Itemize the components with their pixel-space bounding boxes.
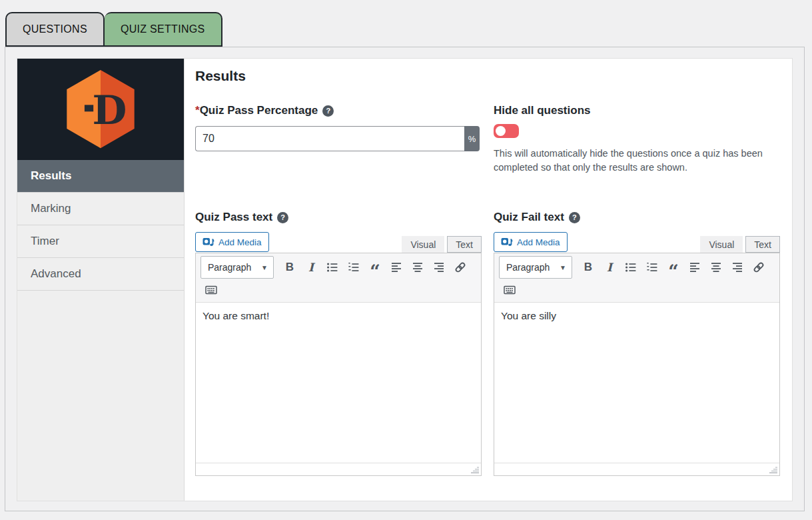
toggle-knob [496, 126, 506, 136]
bold-icon: B [286, 261, 294, 274]
quiz-pass-percentage-label: Quiz Pass Percentage [200, 104, 318, 117]
bullet-list-button[interactable] [322, 257, 342, 277]
add-media-button[interactable]: Add Media [195, 232, 269, 252]
align-right-icon [731, 261, 744, 274]
visual-tab-button[interactable]: Visual [402, 236, 444, 253]
quiz-pass-percentage-field: * Quiz Pass Percentage ? % [195, 104, 482, 175]
hide-all-questions-description: This will automatically hide the questio… [494, 147, 780, 175]
quiz-fail-text-label: Quiz Fail text [494, 211, 564, 224]
quiz-pass-percentage-input[interactable] [195, 126, 464, 151]
editor-toolbar: Paragraph ▼ B I [196, 253, 481, 303]
align-center-button[interactable] [706, 257, 726, 277]
align-right-button[interactable] [727, 257, 747, 277]
quiz-settings-panel: D Results Marking Timer Advanced Results… [17, 58, 793, 501]
media-icon [203, 236, 214, 248]
editor-toolbar: Paragraph ▼ B I [494, 253, 779, 303]
dropdown-arrow-icon: ▼ [560, 264, 566, 271]
keyboard-icon [503, 283, 516, 297]
page-title: Results [195, 68, 780, 84]
help-icon[interactable]: ? [569, 212, 580, 223]
hide-all-questions-field: Hide all questions This will automatical… [494, 104, 780, 175]
insert-link-button[interactable] [749, 257, 769, 277]
align-left-icon [390, 261, 403, 274]
quiz-pass-text-field: Quiz Pass text ? Add Media Visual Text [195, 211, 482, 476]
editor-statusbar [196, 463, 481, 475]
resize-grippy-icon[interactable] [470, 466, 479, 474]
help-icon[interactable]: ? [322, 105, 334, 117]
keyboard-icon [204, 283, 218, 297]
sidebar-filler [17, 291, 184, 501]
link-icon [752, 261, 765, 274]
sidebar-item-results[interactable]: Results [17, 160, 184, 193]
hide-all-questions-label: Hide all questions [494, 104, 590, 117]
bold-button[interactable]: B [280, 257, 300, 277]
blockquote-button[interactable]: “ [365, 257, 385, 277]
required-mark: * [195, 104, 200, 117]
sidebar-item-advanced[interactable]: Advanced [17, 258, 184, 291]
visual-tab-button[interactable]: Visual [700, 236, 743, 253]
resize-grippy-icon[interactable] [768, 466, 777, 474]
blockquote-icon: “ [370, 260, 380, 275]
align-left-button[interactable] [386, 257, 406, 277]
svg-text:D: D [93, 87, 127, 133]
link-icon [454, 261, 467, 274]
editor-statusbar [494, 463, 779, 475]
text-tab-button[interactable]: Text [447, 236, 482, 253]
italic-icon: I [607, 261, 612, 274]
numbered-list-icon [645, 261, 659, 274]
align-right-icon [432, 261, 446, 274]
text-tab-button[interactable]: Text [745, 236, 780, 253]
quiz-fail-text-content[interactable]: You are silly [494, 303, 779, 463]
add-media-label: Add Media [517, 237, 560, 247]
quiz-fail-text-editor: Paragraph ▼ B I [494, 253, 780, 476]
top-tab-bar: QUESTIONS QUIZ SETTINGS [5, 12, 222, 47]
numbered-list-icon [347, 261, 360, 274]
bold-icon: B [584, 261, 592, 274]
toolbar-toggle-button[interactable] [201, 280, 221, 300]
quiz-pass-text-content[interactable]: You are smart! [196, 303, 481, 463]
paragraph-format-select[interactable]: Paragraph ▼ [201, 256, 274, 279]
bullet-list-button[interactable] [621, 257, 641, 277]
blockquote-button[interactable]: “ [663, 257, 683, 277]
hd-quiz-logo: D [17, 59, 184, 160]
percent-suffix: % [464, 126, 480, 151]
insert-link-button[interactable] [450, 257, 470, 277]
sidebar-item-timer[interactable]: Timer [17, 225, 184, 258]
help-icon[interactable]: ? [277, 212, 288, 223]
quiz-pass-text-label: Quiz Pass text [195, 211, 272, 224]
align-center-icon [709, 261, 723, 274]
add-media-label: Add Media [218, 237, 262, 247]
dropdown-arrow-icon: ▼ [261, 264, 268, 271]
align-center-icon [411, 261, 424, 274]
settings-container: D Results Marking Timer Advanced Results… [5, 47, 805, 511]
sidebar-item-marking[interactable]: Marking [17, 193, 184, 225]
hd-hexagon-logo-icon: D [65, 70, 136, 149]
numbered-list-button[interactable] [344, 257, 364, 277]
settings-grid: * Quiz Pass Percentage ? % Hide all ques… [195, 104, 780, 476]
bullet-list-icon [326, 261, 339, 274]
paragraph-format-value: Paragraph [208, 262, 251, 273]
italic-button[interactable]: I [600, 257, 619, 277]
settings-sidebar: D Results Marking Timer Advanced [17, 59, 185, 501]
align-left-button[interactable] [685, 257, 705, 277]
align-right-button[interactable] [429, 257, 449, 277]
blockquote-icon: “ [668, 260, 679, 275]
numbered-list-button[interactable] [642, 257, 662, 277]
media-icon [501, 236, 513, 248]
align-left-icon [688, 261, 701, 274]
quiz-pass-text-editor: Paragraph ▼ B I [195, 253, 482, 476]
add-media-button[interactable]: Add Media [494, 232, 568, 252]
italic-button[interactable]: I [301, 257, 321, 277]
tab-quiz-settings[interactable]: QUIZ SETTINGS [105, 12, 222, 47]
quiz-fail-text-field: Quiz Fail text ? Add Media Visual Text [494, 211, 780, 476]
toolbar-toggle-button[interactable] [500, 280, 520, 300]
hide-all-questions-toggle[interactable] [494, 124, 519, 138]
align-center-button[interactable] [408, 257, 428, 277]
paragraph-format-select[interactable]: Paragraph ▼ [499, 256, 572, 279]
tab-questions[interactable]: QUESTIONS [5, 12, 105, 47]
results-settings-main: Results * Quiz Pass Percentage ? % [185, 59, 792, 501]
bold-button[interactable]: B [578, 257, 598, 277]
italic-icon: I [308, 261, 314, 274]
paragraph-format-value: Paragraph [506, 262, 550, 273]
bullet-list-icon [624, 261, 637, 274]
